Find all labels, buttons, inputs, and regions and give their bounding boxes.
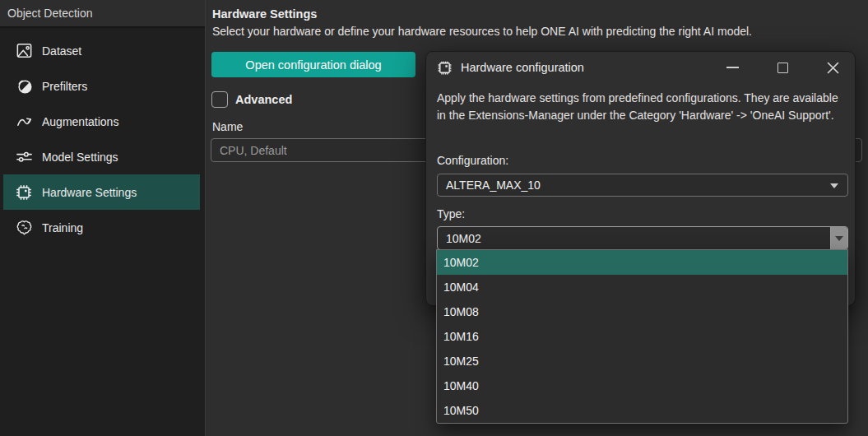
sidebar-item-model-settings[interactable]: Model Settings xyxy=(3,139,200,174)
dialog-titlebar[interactable]: Hardware configuration xyxy=(426,52,855,83)
chip-icon xyxy=(435,58,453,77)
minimize-icon xyxy=(726,67,739,68)
sidebar-title: Object Detection xyxy=(0,0,205,28)
sidebar-item-dataset[interactable]: Dataset xyxy=(3,33,200,68)
app-window: Object Detection Dataset xyxy=(0,0,868,436)
maximize-icon xyxy=(777,63,788,73)
sidebar-item-hardware-settings[interactable]: Hardware Settings xyxy=(3,174,200,210)
maximize-button[interactable] xyxy=(770,57,795,78)
sidebar-nav: Dataset Prefilters xyxy=(0,33,205,245)
sidebar-item-prefilters[interactable]: Prefilters xyxy=(3,68,200,104)
sidebar-item-label: Prefilters xyxy=(42,80,87,93)
type-label: Type: xyxy=(437,207,465,220)
dropdown-option[interactable]: 10M08 xyxy=(437,299,847,324)
type-value: 10M02 xyxy=(446,232,481,245)
shuffle-icon xyxy=(13,111,35,132)
sidebar-item-label: Hardware Settings xyxy=(42,186,137,199)
image-icon xyxy=(13,40,35,62)
close-button[interactable] xyxy=(820,57,845,78)
type-dropdown[interactable]: 10M02 xyxy=(437,226,848,250)
sidebar-item-augmentations[interactable]: Augmentations xyxy=(3,104,200,139)
dialog-description: Apply the hardware settings from predefi… xyxy=(437,90,847,124)
minimize-button[interactable] xyxy=(720,57,745,78)
configuration-dropdown[interactable]: ALTERA_MAX_10 xyxy=(437,174,848,197)
contrast-icon xyxy=(13,76,35,97)
dropdown-option[interactable]: 10M04 xyxy=(437,275,847,299)
dialog-title: Hardware configuration xyxy=(461,61,584,74)
type-options-list: 10M02 10M04 10M08 10M16 10M25 10M40 10M5… xyxy=(436,249,848,424)
sidebar-item-label: Model Settings xyxy=(42,151,118,164)
advanced-row: Advanced xyxy=(211,91,292,108)
open-configuration-dialog-button[interactable]: Open configuration dialog xyxy=(211,52,415,77)
sidebar-item-label: Augmentations xyxy=(42,115,118,128)
chip-icon xyxy=(13,182,35,203)
sidebar-item-label: Dataset xyxy=(42,44,81,58)
advanced-label: Advanced xyxy=(235,93,292,106)
dropdown-arrow-button[interactable] xyxy=(830,227,847,249)
dropdown-option[interactable]: 10M50 xyxy=(437,398,847,423)
chevron-down-icon xyxy=(830,183,838,188)
sliders-icon xyxy=(13,146,35,168)
window-controls xyxy=(694,57,845,78)
name-label: Name xyxy=(212,120,243,133)
dropdown-option[interactable]: 10M25 xyxy=(437,349,847,373)
sidebar-item-training[interactable]: Training xyxy=(3,210,200,245)
page-description: Select your hardware or define your hard… xyxy=(212,25,752,38)
close-icon xyxy=(826,61,840,75)
advanced-checkbox[interactable] xyxy=(211,91,228,108)
dropdown-option[interactable]: 10M40 xyxy=(437,373,847,398)
page-title: Hardware Settings xyxy=(212,7,317,21)
dropdown-option[interactable]: 10M16 xyxy=(437,324,847,349)
dropdown-option[interactable]: 10M02 xyxy=(437,250,847,275)
chevron-down-icon xyxy=(835,236,843,241)
sidebar-item-label: Training xyxy=(42,221,83,234)
configuration-label: Configuration: xyxy=(437,154,508,167)
configuration-value: ALTERA_MAX_10 xyxy=(446,179,541,192)
sidebar: Object Detection Dataset xyxy=(0,0,206,436)
brain-icon xyxy=(13,217,35,239)
